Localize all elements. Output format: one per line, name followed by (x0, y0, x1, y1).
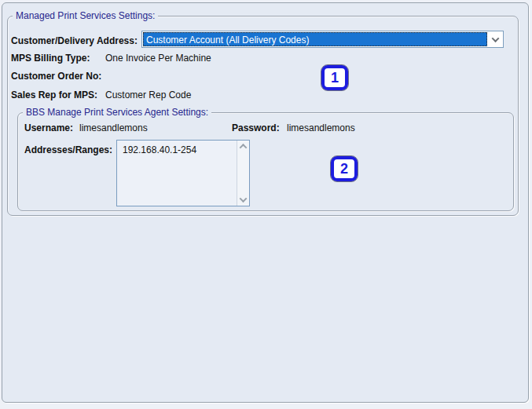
group-title-bbs-agent-settings: BBS Manage Print Services Agent Settings… (23, 107, 211, 118)
mps-billing-type-value: One Invoice Per Machine (105, 53, 211, 64)
addresses-ranges-text[interactable]: 192.168.40.1-254 (117, 141, 237, 206)
group-managed-print-services: Managed Print Services Settings: Custome… (7, 16, 519, 216)
som-mark-2: 2 (331, 156, 358, 181)
combo-dropdown-button[interactable] (488, 31, 503, 47)
sales-rep-for-mps-label: Sales Rep for MPS: (11, 90, 97, 100)
sales-rep-for-mps-value: Customer Rep Code (105, 90, 191, 100)
password-label: Password: (232, 123, 280, 133)
textarea-scrollbar[interactable] (237, 141, 249, 206)
mps-billing-type-label: MPS Billing Type: (11, 53, 90, 64)
som-mark-1: 1 (321, 65, 348, 90)
username-label: Username: (24, 123, 73, 133)
group-title-managed-print-services: Managed Print Services Settings: (13, 10, 158, 21)
chevron-down-icon[interactable] (240, 195, 248, 203)
customer-delivery-address-label: Customer/Delivery Address: (11, 36, 138, 46)
chevron-down-icon (492, 35, 500, 42)
password-value: limesandlemons (287, 123, 355, 133)
customer-delivery-address-select[interactable]: Customer Account (All Delivery Codes) (141, 31, 504, 48)
addresses-ranges-textarea[interactable]: 192.168.40.1-254 (116, 140, 250, 206)
customer-delivery-address-selected-value[interactable]: Customer Account (All Delivery Codes) (143, 32, 487, 46)
addresses-ranges-label: Addresses/Ranges: (24, 145, 112, 155)
content-panel: Managed Print Services Settings: Custome… (2, 2, 529, 403)
chevron-up-icon[interactable] (240, 144, 248, 152)
settings-screen: Managed Print Services Settings: Custome… (0, 0, 532, 409)
customer-order-no-label: Customer Order No: (11, 71, 101, 82)
username-value: limesandlemons (79, 123, 148, 133)
group-bbs-agent-settings: BBS Manage Print Services Agent Settings… (17, 112, 514, 211)
